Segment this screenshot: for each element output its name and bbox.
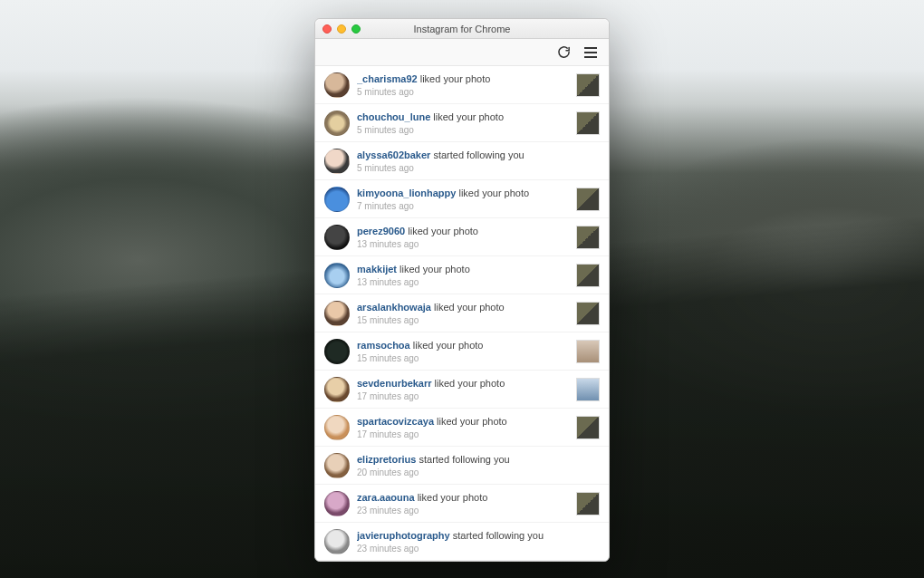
notification-message: zara.aaouna liked your photo: [357, 491, 569, 504]
timestamp: 23 minutes ago: [357, 506, 569, 515]
notification-message: sevdenurbekarr liked your photo: [357, 377, 569, 390]
avatar[interactable]: [324, 301, 350, 326]
notification-row[interactable]: _charisma92 liked your photo5 minutes ag…: [315, 66, 609, 104]
notification-message: perez9060 liked your photo: [357, 225, 569, 237]
notification-text: spartacovizcaya liked your photo17 minut…: [357, 415, 569, 438]
notification-text: javieruphotography started following you…: [357, 529, 600, 553]
photo-thumbnail[interactable]: [576, 416, 600, 439]
notification-message: _charisma92 liked your photo: [357, 72, 569, 85]
timestamp: 23 minutes ago: [357, 544, 600, 554]
action-text: started following you: [416, 454, 509, 465]
notification-text: sevdenurbekarr liked your photo17 minute…: [357, 377, 569, 400]
username-link[interactable]: _charisma92: [357, 73, 418, 84]
notification-row[interactable]: arsalankhowaja liked your photo15 minute…: [315, 294, 609, 332]
username-link[interactable]: javieruphotography: [357, 530, 450, 541]
avatar[interactable]: [324, 453, 350, 478]
notification-row[interactable]: alyssa602baker started following you5 mi…: [315, 142, 609, 180]
action-text: liked your photo: [397, 264, 470, 275]
notification-message: javieruphotography started following you: [357, 529, 600, 542]
timestamp: 13 minutes ago: [357, 277, 569, 287]
titlebar: Instagram for Chrome: [315, 19, 609, 39]
timestamp: 15 minutes ago: [357, 315, 569, 325]
username-link[interactable]: makkijet: [357, 264, 397, 275]
action-text: liked your photo: [410, 340, 484, 351]
username-link[interactable]: arsalankhowaja: [357, 302, 431, 313]
notification-message: arsalankhowaja liked your photo: [357, 301, 569, 313]
timestamp: 17 minutes ago: [357, 429, 569, 439]
action-text: liked your photo: [456, 188, 529, 198]
photo-thumbnail[interactable]: [576, 264, 600, 287]
avatar[interactable]: [324, 339, 350, 364]
notification-text: alyssa602baker started following you5 mi…: [357, 149, 600, 172]
avatar[interactable]: [324, 72, 350, 98]
refresh-icon[interactable]: [556, 45, 571, 60]
notification-message: elizpretorius started following you: [357, 453, 600, 466]
notification-row[interactable]: elizpretorius started following you20 mi…: [315, 447, 609, 485]
photo-thumbnail[interactable]: [576, 302, 600, 325]
photo-thumbnail[interactable]: [576, 226, 600, 249]
photo-thumbnail[interactable]: [576, 340, 600, 363]
action-text: liked your photo: [432, 378, 505, 389]
avatar[interactable]: [324, 187, 350, 212]
avatar[interactable]: [324, 377, 350, 402]
timestamp: 17 minutes ago: [357, 391, 569, 401]
photo-thumbnail[interactable]: [576, 111, 600, 135]
timestamp: 13 minutes ago: [357, 239, 569, 249]
notification-text: _charisma92 liked your photo5 minutes ag…: [357, 72, 569, 96]
username-link[interactable]: sevdenurbekarr: [357, 378, 432, 389]
avatar[interactable]: [324, 111, 350, 136]
notification-row[interactable]: sevdenurbekarr liked your photo17 minute…: [315, 371, 609, 409]
notification-row[interactable]: makkijet liked your photo13 minutes ago: [315, 256, 609, 294]
notification-row[interactable]: chouchou_lune liked your photo5 minutes …: [315, 104, 609, 142]
timestamp: 5 minutes ago: [357, 163, 600, 173]
notification-row[interactable]: spartacovizcaya liked your photo17 minut…: [315, 409, 609, 447]
action-text: started following you: [430, 149, 524, 160]
username-link[interactable]: alyssa602baker: [357, 149, 430, 160]
notification-text: chouchou_lune liked your photo5 minutes …: [357, 111, 569, 134]
photo-thumbnail[interactable]: [576, 73, 600, 97]
notification-text: makkijet liked your photo13 minutes ago: [357, 263, 569, 286]
action-text: liked your photo: [405, 226, 478, 236]
notification-text: elizpretorius started following you20 mi…: [357, 453, 600, 477]
avatar[interactable]: [324, 225, 350, 250]
photo-thumbnail[interactable]: [576, 188, 600, 211]
notification-message: alyssa602baker started following you: [357, 149, 600, 161]
notification-row[interactable]: zara.aaouna liked your photo23 minutes a…: [315, 485, 609, 523]
username-link[interactable]: ramsochoa: [357, 340, 410, 351]
notification-row[interactable]: kimyoona_lionhappy liked your photo7 min…: [315, 180, 609, 218]
minimize-window-button[interactable]: [337, 24, 346, 34]
photo-thumbnail[interactable]: [576, 378, 600, 401]
username-link[interactable]: zara.aaouna: [357, 492, 415, 503]
username-link[interactable]: chouchou_lune: [357, 111, 430, 122]
notification-text: kimyoona_lionhappy liked your photo7 min…: [357, 187, 569, 210]
username-link[interactable]: spartacovizcaya: [357, 416, 434, 427]
action-text: started following you: [450, 530, 544, 541]
app-window: Instagram for Chrome _charisma92 liked y…: [314, 18, 610, 562]
timestamp: 20 minutes ago: [357, 467, 600, 477]
username-link[interactable]: perez9060: [357, 226, 405, 236]
avatar[interactable]: [324, 149, 350, 174]
username-link[interactable]: kimyoona_lionhappy: [357, 188, 456, 198]
notification-message: kimyoona_lionhappy liked your photo: [357, 187, 569, 199]
photo-thumbnail[interactable]: [576, 492, 600, 515]
avatar[interactable]: [324, 415, 350, 440]
avatar[interactable]: [324, 491, 350, 516]
notification-text: ramsochoa liked your photo15 minutes ago: [357, 339, 569, 362]
avatar[interactable]: [324, 529, 350, 554]
notification-list[interactable]: _charisma92 liked your photo5 minutes ag…: [315, 66, 609, 561]
notification-row[interactable]: javieruphotography started following you…: [315, 523, 609, 561]
action-text: liked your photo: [431, 302, 505, 313]
menu-icon[interactable]: [583, 45, 598, 60]
timestamp: 5 minutes ago: [357, 125, 569, 135]
notification-row[interactable]: perez9060 liked your photo13 minutes ago: [315, 218, 609, 256]
notification-text: perez9060 liked your photo13 minutes ago: [357, 225, 569, 248]
notification-message: makkijet liked your photo: [357, 263, 569, 275]
notification-message: spartacovizcaya liked your photo: [357, 415, 569, 428]
window-controls: [315, 24, 361, 34]
username-link[interactable]: elizpretorius: [357, 454, 416, 465]
close-window-button[interactable]: [322, 24, 332, 34]
notification-row[interactable]: ramsochoa liked your photo15 minutes ago: [315, 332, 609, 371]
avatar[interactable]: [324, 263, 350, 288]
zoom-window-button[interactable]: [351, 24, 361, 34]
timestamp: 7 minutes ago: [357, 201, 569, 211]
